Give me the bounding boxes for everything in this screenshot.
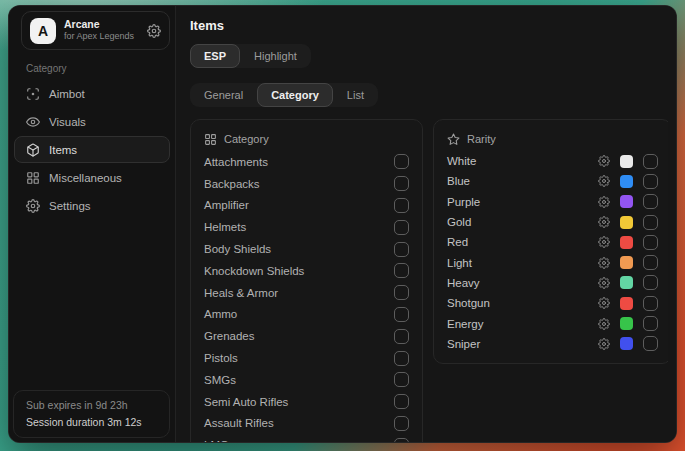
- rarity-color-swatch[interactable]: [620, 195, 633, 208]
- rarity-row: White: [447, 151, 658, 171]
- gear-icon: [26, 199, 40, 213]
- rarity-row: Heavy: [447, 273, 658, 293]
- category-checkbox[interactable]: [394, 285, 409, 300]
- app-header-text: Arcane for Apex Legends: [64, 18, 139, 42]
- category-checkbox[interactable]: [394, 176, 409, 191]
- sidebar-item-items[interactable]: Items: [14, 136, 170, 163]
- category-checkbox[interactable]: [394, 263, 409, 278]
- rarity-list: White Blue: [447, 151, 658, 354]
- tab-esp[interactable]: ESP: [190, 44, 240, 68]
- category-row: Attachments: [204, 151, 409, 173]
- category-checkbox[interactable]: [394, 242, 409, 257]
- rarity-row-label: Heavy: [447, 277, 598, 289]
- rarity-settings-gear-icon[interactable]: [598, 338, 610, 350]
- rarity-checkbox[interactable]: [643, 215, 658, 230]
- rarity-color-swatch[interactable]: [620, 317, 633, 330]
- rarity-row: Energy: [447, 313, 658, 333]
- tab-highlight[interactable]: Highlight: [240, 44, 311, 68]
- rarity-settings-gear-icon[interactable]: [598, 236, 610, 248]
- category-checkbox[interactable]: [394, 438, 409, 442]
- rarity-color-swatch[interactable]: [620, 216, 633, 229]
- category-checkbox[interactable]: [394, 329, 409, 344]
- header-gear-icon[interactable]: [147, 24, 161, 38]
- sidebar-item-aimbot[interactable]: Aimbot: [14, 80, 170, 107]
- sidebar-item-miscellaneous[interactable]: Miscellaneous: [14, 164, 170, 191]
- rarity-checkbox[interactable]: [643, 255, 658, 270]
- rarity-settings-gear-icon[interactable]: [598, 155, 610, 167]
- session-duration-text: Session duration 3m 12s: [26, 414, 157, 430]
- rarity-settings-gear-icon[interactable]: [598, 277, 610, 289]
- rarity-color-swatch[interactable]: [620, 175, 633, 188]
- category-panel-header: Category: [204, 129, 409, 149]
- rarity-row: Purple: [447, 192, 658, 212]
- rarity-checkbox[interactable]: [643, 275, 658, 290]
- rarity-settings-gear-icon[interactable]: [598, 175, 610, 187]
- crosshair-icon: [26, 87, 40, 101]
- tab-category[interactable]: Category: [257, 83, 333, 107]
- rarity-row-label: Energy: [447, 318, 598, 330]
- main-content: Items ESP Highlight General Category Lis…: [176, 6, 676, 442]
- rarity-settings-gear-icon[interactable]: [598, 297, 610, 309]
- category-checkbox[interactable]: [394, 220, 409, 235]
- tab-general[interactable]: General: [190, 83, 257, 107]
- category-checkbox[interactable]: [394, 372, 409, 387]
- category-row-label: Assault Rifles: [204, 417, 274, 429]
- rarity-settings-gear-icon[interactable]: [598, 196, 610, 208]
- category-checkbox[interactable]: [394, 394, 409, 409]
- view-tabs: General Category List: [190, 83, 378, 107]
- sub-expires-text: Sub expires in 9d 23h: [26, 397, 157, 413]
- app-window: A Arcane for Apex Legends Category Aimbo…: [8, 5, 677, 443]
- tab-list[interactable]: List: [333, 83, 378, 107]
- category-panel-title: Category: [224, 133, 269, 145]
- category-row: Pistols: [204, 347, 409, 369]
- rarity-row: Gold: [447, 212, 658, 232]
- rarity-row-label: Red: [447, 236, 598, 248]
- eye-icon: [26, 115, 40, 129]
- category-checkbox[interactable]: [394, 307, 409, 322]
- star-icon: [447, 133, 460, 146]
- category-row-label: Amplifier: [204, 199, 249, 211]
- rarity-checkbox[interactable]: [643, 296, 658, 311]
- rarity-row: Blue: [447, 171, 658, 191]
- category-row: Heals & Armor: [204, 282, 409, 304]
- sidebar-item-settings[interactable]: Settings: [14, 192, 170, 219]
- rarity-panel-header: Rarity: [447, 129, 658, 149]
- rarity-settings-gear-icon[interactable]: [598, 257, 610, 269]
- grid-icon: [204, 133, 217, 146]
- rarity-row-label: Sniper: [447, 338, 598, 350]
- category-row-label: Helmets: [204, 221, 246, 233]
- category-checkbox[interactable]: [394, 351, 409, 366]
- rarity-checkbox[interactable]: [643, 336, 658, 351]
- rarity-color-swatch[interactable]: [620, 256, 633, 269]
- rarity-settings-gear-icon[interactable]: [598, 318, 610, 330]
- rarity-checkbox[interactable]: [643, 194, 658, 209]
- sidebar: A Arcane for Apex Legends Category Aimbo…: [9, 6, 176, 442]
- category-row: SMGs: [204, 369, 409, 391]
- rarity-row: Red: [447, 232, 658, 252]
- category-row: Grenades: [204, 325, 409, 347]
- mode-tabs: ESP Highlight: [190, 44, 311, 68]
- rarity-color-swatch[interactable]: [620, 337, 633, 350]
- rarity-checkbox[interactable]: [643, 174, 658, 189]
- rarity-color-swatch[interactable]: [620, 236, 633, 249]
- category-row-label: Knockdown Shields: [204, 265, 304, 277]
- category-checkbox[interactable]: [394, 416, 409, 431]
- rarity-color-swatch[interactable]: [620, 155, 633, 168]
- rarity-checkbox[interactable]: [643, 235, 658, 250]
- category-row: LMGs: [204, 434, 409, 442]
- panels-row: Category Attachments Backpacks: [190, 119, 668, 442]
- rarity-color-swatch[interactable]: [620, 276, 633, 289]
- rarity-row-label: Light: [447, 257, 598, 269]
- rarity-color-swatch[interactable]: [620, 297, 633, 310]
- sidebar-item-label: Aimbot: [49, 88, 85, 100]
- category-row-label: Pistols: [204, 352, 238, 364]
- rarity-settings-gear-icon[interactable]: [598, 216, 610, 228]
- category-row-label: LMGs: [204, 439, 235, 442]
- category-panel: Category Attachments Backpacks: [190, 119, 423, 442]
- rarity-checkbox[interactable]: [643, 316, 658, 331]
- rarity-checkbox[interactable]: [643, 154, 658, 169]
- category-checkbox[interactable]: [394, 154, 409, 169]
- sidebar-item-visuals[interactable]: Visuals: [14, 108, 170, 135]
- category-row-label: Ammo: [204, 308, 237, 320]
- category-checkbox[interactable]: [394, 198, 409, 213]
